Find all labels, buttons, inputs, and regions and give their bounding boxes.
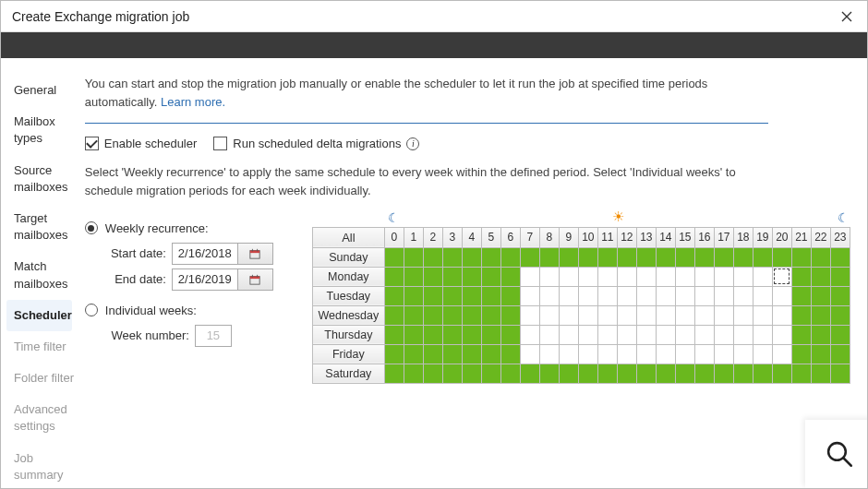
schedule-cell[interactable]: [636, 305, 656, 325]
schedule-hour-header-7[interactable]: 7: [520, 227, 539, 247]
schedule-cell[interactable]: [520, 286, 539, 305]
schedule-cell[interactable]: [481, 286, 500, 305]
schedule-cell[interactable]: [811, 364, 830, 383]
schedule-hour-header-18[interactable]: 18: [733, 227, 753, 247]
schedule-cell[interactable]: [578, 325, 597, 344]
schedule-cell[interactable]: [694, 267, 714, 286]
schedule-cell[interactable]: [462, 286, 481, 305]
schedule-cell[interactable]: [830, 247, 850, 267]
schedule-cell[interactable]: [694, 364, 714, 383]
schedule-cell[interactable]: [481, 344, 500, 364]
schedule-cell[interactable]: [753, 364, 772, 383]
schedule-cell[interactable]: [791, 305, 811, 325]
schedule-cell[interactable]: [384, 364, 404, 383]
schedule-cell[interactable]: [772, 305, 791, 325]
schedule-cell[interactable]: [714, 344, 733, 364]
schedule-cell[interactable]: [656, 267, 675, 286]
schedule-cell[interactable]: [384, 286, 404, 305]
week-number-input[interactable]: 15: [195, 325, 232, 347]
sidebar-item-match-mailboxes[interactable]: Match mailboxes: [1, 251, 78, 299]
schedule-cell[interactable]: [597, 286, 617, 305]
schedule-hour-header-13[interactable]: 13: [636, 227, 656, 247]
schedule-cell[interactable]: [656, 247, 675, 267]
schedule-cell[interactable]: [791, 247, 811, 267]
schedule-cell[interactable]: [462, 267, 481, 286]
schedule-cell[interactable]: [559, 364, 578, 383]
schedule-cell[interactable]: [617, 286, 636, 305]
schedule-cell[interactable]: [559, 325, 578, 344]
end-date-picker-button[interactable]: [237, 269, 272, 290]
schedule-cell[interactable]: [404, 267, 423, 286]
schedule-cell[interactable]: [811, 247, 830, 267]
schedule-cell[interactable]: [772, 286, 791, 305]
schedule-cell[interactable]: [656, 344, 675, 364]
schedule-cell[interactable]: [442, 325, 462, 344]
schedule-cell[interactable]: [384, 344, 404, 364]
schedule-cell[interactable]: [597, 305, 617, 325]
schedule-cell[interactable]: [481, 364, 500, 383]
sidebar-item-source-mailboxes[interactable]: Source mailboxes: [1, 155, 78, 203]
schedule-cell[interactable]: [753, 247, 772, 267]
schedule-cell[interactable]: [404, 364, 423, 383]
schedule-cell[interactable]: [675, 305, 694, 325]
schedule-cell[interactable]: [442, 305, 462, 325]
schedule-hour-header-3[interactable]: 3: [442, 227, 462, 247]
sidebar-item-folder-filter[interactable]: Folder filter: [1, 363, 78, 394]
schedule-cell[interactable]: [714, 267, 733, 286]
schedule-cell[interactable]: [694, 305, 714, 325]
schedule-cell[interactable]: [772, 344, 791, 364]
delta-migrations-checkbox[interactable]: [213, 137, 227, 150]
schedule-cell[interactable]: [772, 267, 791, 286]
zoom-button[interactable]: [805, 420, 867, 488]
schedule-cell[interactable]: [830, 267, 850, 286]
schedule-hour-header-5[interactable]: 5: [481, 227, 500, 247]
schedule-cell[interactable]: [520, 247, 539, 267]
schedule-cell[interactable]: [520, 325, 539, 344]
schedule-day-header-sunday[interactable]: Sunday: [312, 247, 384, 267]
schedule-cell[interactable]: [791, 325, 811, 344]
schedule-day-header-monday[interactable]: Monday: [312, 267, 384, 286]
schedule-cell[interactable]: [442, 364, 462, 383]
schedule-cell[interactable]: [791, 364, 811, 383]
schedule-day-header-tuesday[interactable]: Tuesday: [312, 286, 384, 305]
schedule-cell[interactable]: [384, 325, 404, 344]
schedule-cell[interactable]: [500, 286, 520, 305]
schedule-hour-header-14[interactable]: 14: [656, 227, 675, 247]
schedule-cell[interactable]: [578, 247, 597, 267]
schedule-cell[interactable]: [597, 344, 617, 364]
schedule-cell[interactable]: [830, 344, 850, 364]
schedule-cell[interactable]: [733, 364, 753, 383]
schedule-cell[interactable]: [636, 267, 656, 286]
schedule-cell[interactable]: [636, 286, 656, 305]
weekly-recurrence-radio[interactable]: [85, 221, 98, 234]
schedule-cell[interactable]: [811, 286, 830, 305]
schedule-cell[interactable]: [539, 325, 559, 344]
schedule-cell[interactable]: [520, 305, 539, 325]
schedule-cell[interactable]: [714, 305, 733, 325]
schedule-cell[interactable]: [500, 305, 520, 325]
schedule-cell[interactable]: [617, 325, 636, 344]
enable-scheduler-checkbox[interactable]: [85, 137, 99, 150]
schedule-cell[interactable]: [675, 247, 694, 267]
schedule-cell[interactable]: [830, 286, 850, 305]
start-date-picker-button[interactable]: [237, 244, 272, 264]
schedule-cell[interactable]: [733, 267, 753, 286]
schedule-cell[interactable]: [559, 247, 578, 267]
schedule-hour-header-9[interactable]: 9: [559, 227, 578, 247]
schedule-cell[interactable]: [500, 344, 520, 364]
schedule-cell[interactable]: [404, 247, 423, 267]
schedule-hour-header-12[interactable]: 12: [617, 227, 636, 247]
schedule-cell[interactable]: [656, 364, 675, 383]
schedule-cell[interactable]: [500, 267, 520, 286]
schedule-cell[interactable]: [791, 286, 811, 305]
schedule-cell[interactable]: [733, 247, 753, 267]
schedule-cell[interactable]: [830, 325, 850, 344]
schedule-cell[interactable]: [753, 267, 772, 286]
sidebar-item-scheduler[interactable]: Scheduler: [6, 300, 72, 331]
schedule-cell[interactable]: [404, 305, 423, 325]
schedule-cell[interactable]: [520, 267, 539, 286]
schedule-cell[interactable]: [753, 305, 772, 325]
schedule-hour-header-20[interactable]: 20: [772, 227, 791, 247]
schedule-cell[interactable]: [772, 325, 791, 344]
sidebar-item-target-mailboxes[interactable]: Target mailboxes: [1, 203, 78, 251]
